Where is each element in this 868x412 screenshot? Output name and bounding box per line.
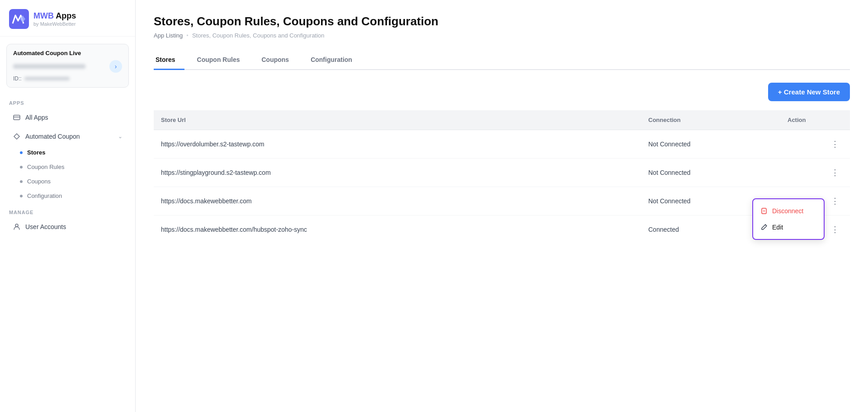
connection-status-cell: Not Connected xyxy=(641,130,780,159)
col-header-connection: Connection xyxy=(641,110,780,130)
action-cell: ⋮ xyxy=(780,130,850,159)
disconnect-label: Disconnect xyxy=(772,207,803,215)
sidebar-item-all-apps[interactable]: All Apps xyxy=(4,109,132,126)
breadcrumb: App Listing • Stores, Coupon Rules, Coup… xyxy=(154,32,850,39)
breadcrumb-current: Stores, Coupon Rules, Coupons and Config… xyxy=(192,32,325,39)
automated-coupon-header[interactable]: Automated Coupon ⌄ xyxy=(4,128,132,145)
manage-section-label: MANAGE xyxy=(0,204,135,218)
table-row: https://docs.makewebbetter.com/hubspot-z… xyxy=(154,215,850,244)
user-icon xyxy=(13,223,21,231)
logo-text-group: MWB Apps by MakeWebBetter xyxy=(33,11,76,27)
action-cell: ⋮ xyxy=(780,159,850,187)
automated-coupon-label: Automated Coupon xyxy=(25,133,80,140)
logo-area: MWB Apps by MakeWebBetter xyxy=(0,0,135,37)
disconnect-button[interactable]: Disconnect xyxy=(753,203,824,219)
action-dropdown-container: ⋮ Disconnect Edit xyxy=(827,224,843,235)
create-new-store-button[interactable]: + Create New Store xyxy=(768,83,850,101)
main-content: Stores, Coupon Rules, Coupons and Config… xyxy=(136,0,868,412)
sidebar-item-stores[interactable]: Stores xyxy=(4,145,132,159)
apps-section-label: APPS xyxy=(0,95,135,108)
all-apps-label: All Apps xyxy=(25,114,48,121)
edit-label: Edit xyxy=(772,224,783,231)
tab-configuration[interactable]: Configuration xyxy=(309,52,361,70)
automated-coupon-left: Automated Coupon xyxy=(13,132,80,140)
page-title: Stores, Coupon Rules, Coupons and Config… xyxy=(154,14,850,28)
stores-label: Stores xyxy=(27,149,45,156)
stores-table: Store Url Connection Action https://over… xyxy=(154,110,850,243)
breadcrumb-separator: • xyxy=(186,32,189,39)
sidebar-item-user-accounts[interactable]: User Accounts xyxy=(4,218,132,235)
connection-status-cell: Not Connected xyxy=(641,159,780,187)
tab-coupons[interactable]: Coupons xyxy=(259,52,298,70)
user-accounts-label: User Accounts xyxy=(25,223,66,230)
coupons-dot xyxy=(20,180,23,183)
configuration-label: Configuration xyxy=(27,192,62,199)
edit-button[interactable]: Edit xyxy=(753,219,824,235)
logo-subtitle: by MakeWebBetter xyxy=(33,21,76,27)
table-row: https://stingplayground.s2-tastewp.comNo… xyxy=(154,159,850,187)
edit-icon xyxy=(760,224,768,231)
credit-card-icon xyxy=(13,113,21,122)
sidebar-item-coupon-rules[interactable]: Coupon Rules xyxy=(4,160,132,174)
coupon-rules-label: Coupon Rules xyxy=(27,164,64,170)
col-header-action: Action xyxy=(780,110,850,130)
account-title: Automated Coupon Live xyxy=(13,50,122,56)
toolbar: + Create New Store xyxy=(154,83,850,101)
action-dropdown-menu: Disconnect Edit xyxy=(752,198,825,240)
sidebar-item-coupons[interactable]: Coupons xyxy=(4,174,132,188)
configuration-dot xyxy=(20,195,23,197)
account-blur-field xyxy=(13,64,85,69)
store-url-cell: https://overdolumber.s2-tastewp.com xyxy=(154,130,641,159)
store-url-cell: https://docs.makewebbetter.com xyxy=(154,187,641,215)
stores-dot xyxy=(20,151,23,154)
store-url-cell: https://docs.makewebbetter.com/hubspot-z… xyxy=(154,215,641,244)
coupon-rules-dot xyxy=(20,166,23,169)
table-row: https://overdolumber.s2-tastewp.comNot C… xyxy=(154,130,850,159)
svg-rect-1 xyxy=(14,115,20,120)
svg-point-3 xyxy=(15,224,18,227)
chevron-down-icon: ⌄ xyxy=(118,133,123,140)
tab-coupon-rules[interactable]: Coupon Rules xyxy=(195,52,249,70)
mwb-logo-icon xyxy=(9,9,29,29)
account-arrow-button[interactable]: › xyxy=(109,60,122,73)
coupons-label: Coupons xyxy=(27,178,51,185)
table-row: https://docs.makewebbetter.comNot Connec… xyxy=(154,187,850,215)
sidebar-item-configuration[interactable]: Configuration xyxy=(4,189,132,203)
col-header-url: Store Url xyxy=(154,110,641,130)
action-menu-button[interactable]: ⋮ xyxy=(827,224,843,235)
diamond-icon xyxy=(13,132,21,140)
sidebar: MWB Apps by MakeWebBetter Automated Coup… xyxy=(0,0,136,412)
store-url-cell: https://stingplayground.s2-tastewp.com xyxy=(154,159,641,187)
action-menu-button[interactable]: ⋮ xyxy=(827,167,843,178)
table-header-row: Store Url Connection Action xyxy=(154,110,850,130)
action-menu-button[interactable]: ⋮ xyxy=(827,195,843,207)
account-id-label: ID:: xyxy=(13,75,22,82)
tab-stores[interactable]: Stores xyxy=(154,52,184,70)
automated-coupon-group: Automated Coupon ⌄ Stores Coupon Rules C… xyxy=(0,127,135,203)
account-id-blur xyxy=(24,77,70,80)
account-card: Automated Coupon Live › ID:: xyxy=(6,44,129,88)
logo-title: MWB Apps xyxy=(33,11,76,21)
action-cell: ⋮ Disconnect Edit xyxy=(780,215,850,244)
breadcrumb-app-listing[interactable]: App Listing xyxy=(154,32,183,39)
action-menu-button[interactable]: ⋮ xyxy=(827,138,843,150)
disconnect-icon xyxy=(760,207,768,215)
tabs-bar: Stores Coupon Rules Coupons Configuratio… xyxy=(154,52,850,70)
